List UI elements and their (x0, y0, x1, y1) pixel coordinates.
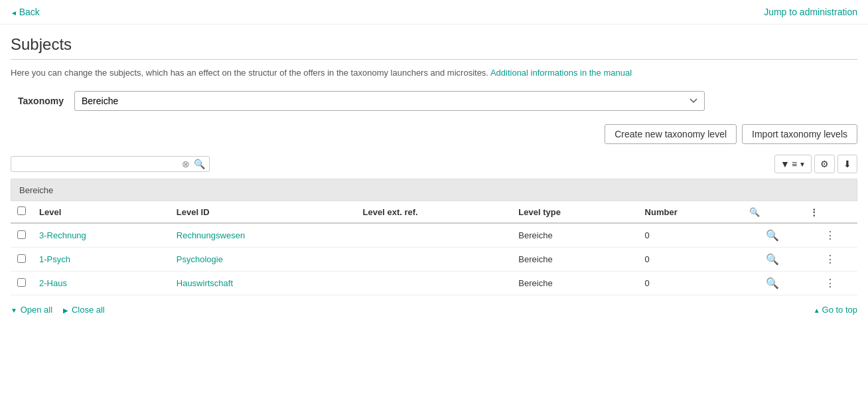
col-actions: ⋮ (803, 201, 857, 223)
section-label: Bereiche (19, 185, 53, 195)
section-header: Bereiche (11, 179, 857, 201)
row-checkbox-0[interactable] (17, 230, 26, 239)
level-id-link-2[interactable]: Hauswirtschaft (177, 278, 233, 288)
row-level-id: Psychologie (170, 248, 356, 272)
row-level: 1-Psych (33, 248, 170, 272)
level-id-link-0[interactable]: Rechnungswesen (177, 230, 245, 240)
row-zoom-cell: 🔍 (743, 248, 803, 272)
col-level-id: Level ID (170, 201, 356, 223)
row-level-ext-ref (356, 272, 512, 295)
open-all-link[interactable]: Open all (11, 305, 52, 315)
col-zoom: 🔍 (743, 201, 803, 223)
gear-icon: ⚙ (820, 159, 829, 169)
row-zoom-cell: 🔍 (743, 272, 803, 295)
row-checkbox-2[interactable] (17, 278, 26, 287)
col-level-type: Level type (512, 201, 638, 223)
page-description: Here you can change the subjects, which … (11, 68, 857, 78)
action-bar: Create new taxonomy level Import taxonom… (11, 124, 857, 144)
row-level-type: Bereiche (512, 223, 638, 248)
bottom-row: Open all Close all Go to top (11, 298, 857, 321)
row-level-ext-ref (356, 223, 512, 248)
go-to-top-link[interactable]: Go to top (814, 305, 857, 315)
row-checkbox-1[interactable] (17, 254, 26, 263)
filter-icon: ▼ (780, 159, 790, 169)
row-zoom-icon-1[interactable]: 🔍 (766, 254, 779, 265)
taxonomy-table: Level Level ID Level ext. ref. Level typ… (11, 201, 857, 295)
select-all-checkbox[interactable] (17, 206, 26, 215)
description-text: Here you can change the subjects, which … (11, 68, 488, 78)
row-level-id: Rechnungswesen (170, 223, 356, 248)
download-button[interactable]: ⬇ (837, 155, 857, 173)
level-id-link-1[interactable]: Psychologie (177, 254, 223, 264)
row-zoom-cell: 🔍 (743, 223, 803, 248)
table-header-row: Level Level ID Level ext. ref. Level typ… (11, 201, 857, 223)
row-zoom-icon-2[interactable]: 🔍 (766, 278, 779, 289)
taxonomy-label: Taxonomy (11, 96, 64, 106)
select-all-header (11, 201, 33, 223)
toolbar-icons: ▼ ≡ ▼ ⚙ ⬇ (774, 155, 857, 173)
search-input[interactable] (15, 159, 178, 169)
level-link-0[interactable]: 3-Rechnung (39, 230, 86, 240)
dots-header-icon: ⋮ (810, 207, 818, 217)
row-checkbox-cell (11, 248, 33, 272)
row-number: 0 (638, 248, 743, 272)
row-actions-cell: ⋮ (803, 223, 857, 248)
row-dots-icon-1[interactable]: ⋮ (825, 254, 835, 265)
filter-dropdown-arrow: ▼ (799, 161, 806, 168)
clear-icon[interactable]: ⊗ (182, 159, 190, 169)
row-level: 2-Haus (33, 272, 170, 295)
filter-button[interactable]: ▼ ≡ ▼ (774, 155, 812, 173)
table-body: 3-Rechnung Rechnungswesen Bereiche 0 🔍 ⋮… (11, 223, 857, 295)
create-taxonomy-level-button[interactable]: Create new taxonomy level (605, 124, 737, 144)
row-number: 0 (638, 223, 743, 248)
row-checkbox-cell (11, 223, 33, 248)
row-actions-cell: ⋮ (803, 248, 857, 272)
table-row: 3-Rechnung Rechnungswesen Bereiche 0 🔍 ⋮ (11, 223, 857, 248)
import-taxonomy-levels-button[interactable]: Import taxonomy levels (742, 124, 857, 144)
col-level-ext-ref: Level ext. ref. (356, 201, 512, 223)
top-nav: Back Jump to administration (0, 0, 868, 25)
page-divider (11, 59, 857, 60)
row-level: 3-Rechnung (33, 223, 170, 248)
jump-to-admin-link[interactable]: Jump to administration (764, 7, 857, 17)
download-icon: ⬇ (843, 159, 851, 169)
row-dots-icon-0[interactable]: ⋮ (825, 230, 835, 241)
manual-link[interactable]: Additional informations in the manual (490, 68, 632, 78)
back-link[interactable]: Back (11, 7, 40, 17)
page-content: Subjects Here you can change the subject… (0, 25, 868, 332)
row-level-type: Bereiche (512, 272, 638, 295)
row-zoom-icon-0[interactable]: 🔍 (766, 230, 779, 241)
taxonomy-row: Taxonomy Bereiche (11, 91, 857, 111)
search-button[interactable]: 🔍 (194, 159, 205, 169)
table-row: 2-Haus Hauswirtschaft Bereiche 0 🔍 ⋮ (11, 272, 857, 295)
level-link-1[interactable]: 1-Psych (39, 254, 70, 264)
row-actions-cell: ⋮ (803, 272, 857, 295)
row-level-ext-ref (356, 248, 512, 272)
col-number: Number (638, 201, 743, 223)
row-number: 0 (638, 272, 743, 295)
page-title: Subjects (11, 35, 857, 54)
filter-icon-lines: ≡ (792, 159, 797, 169)
zoom-header-icon: 🔍 (749, 207, 760, 217)
row-checkbox-cell (11, 272, 33, 295)
row-level-type: Bereiche (512, 248, 638, 272)
table-row: 1-Psych Psychologie Bereiche 0 🔍 ⋮ (11, 248, 857, 272)
row-dots-icon-2[interactable]: ⋮ (825, 278, 835, 289)
level-link-2[interactable]: 2-Haus (39, 278, 67, 288)
col-level: Level (33, 201, 170, 223)
close-all-link[interactable]: Close all (63, 305, 105, 315)
table-head: Level Level ID Level ext. ref. Level typ… (11, 201, 857, 223)
settings-button[interactable]: ⚙ (814, 155, 835, 173)
open-close-links: Open all Close all (11, 305, 105, 315)
search-input-wrapper: ⊗ 🔍 (11, 156, 210, 172)
search-row: ⊗ 🔍 ▼ ≡ ▼ ⚙ ⬇ (11, 155, 857, 173)
taxonomy-select[interactable]: Bereiche (74, 91, 705, 111)
row-level-id: Hauswirtschaft (170, 272, 356, 295)
